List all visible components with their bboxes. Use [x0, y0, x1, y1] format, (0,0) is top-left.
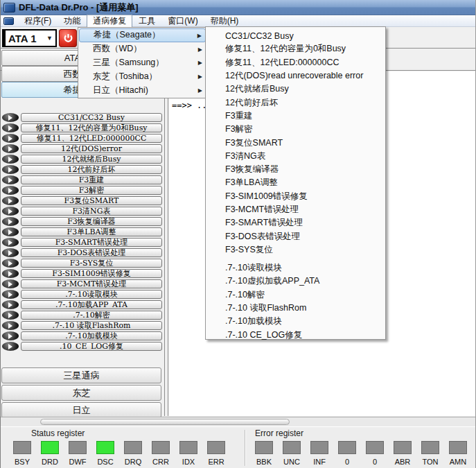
submenu-item[interactable]: CC31/CC32 Busy	[206, 29, 385, 42]
run-arrow-icon[interactable]	[2, 113, 19, 122]
run-arrow-icon[interactable]	[2, 123, 19, 132]
brand-menu-item-label: 东芝（Toshiba）	[93, 71, 157, 83]
sidebar-function-button[interactable]: F3-SIM1009错误修复	[21, 269, 162, 278]
submenu-item[interactable]: .7-.10解密	[206, 288, 385, 302]
sidebar-function-button[interactable]: F3恢复编译器	[21, 217, 162, 226]
menubar-item[interactable]: 窗口(W)	[161, 15, 204, 28]
sidebar-brand-button[interactable]: 三星通病	[1, 367, 161, 383]
sidebar-brand-button[interactable]: 东芝	[1, 385, 161, 401]
menubar-item[interactable]: 通病修复	[87, 15, 132, 28]
sidebar-brand-button[interactable]: 日立	[1, 402, 161, 418]
submenu-item[interactable]: .7-.10 CE_LOG修复	[206, 329, 385, 342]
submenu-item[interactable]: F3-DOS表错误处理	[206, 229, 385, 243]
port-select[interactable]: ATA 1 ▼	[2, 29, 57, 47]
submenu-item[interactable]: .7-.10 读取FlashRom	[206, 302, 385, 315]
submenu-item[interactable]: F3复位SMART	[206, 136, 385, 149]
status-register-title: Status register	[31, 428, 225, 438]
power-button[interactable]	[59, 29, 77, 47]
run-arrow-icon[interactable]	[2, 144, 19, 153]
sidebar-function-button[interactable]: .7-.10加载APP_ATA	[21, 300, 162, 309]
sidebar-function-button[interactable]: F3-SYS复位	[21, 259, 162, 268]
run-arrow-icon[interactable]	[2, 331, 19, 340]
run-arrow-icon[interactable]	[2, 227, 19, 236]
sidebar-function-button[interactable]: .7-.10读取模块	[21, 290, 162, 299]
submenu-item[interactable]: 修复11、12代LED:000000CC	[206, 56, 385, 69]
submenu-item[interactable]: F3-MCMT错误处理	[206, 203, 385, 216]
submenu-item[interactable]: .7-.10读取模块	[206, 261, 385, 275]
sidebar-function-button[interactable]: 修复11、12代的容量为0和Busy	[21, 123, 162, 132]
led-cell: ERR	[207, 441, 225, 466]
submenu-item[interactable]: F3-SMART错误处理	[206, 216, 385, 229]
run-arrow-icon[interactable]	[2, 134, 19, 143]
run-arrow-icon[interactable]	[2, 196, 19, 205]
submenu-item[interactable]: .7-.10加载模块	[206, 315, 385, 328]
led-label: BBK	[256, 458, 272, 466]
submenu-item[interactable]: F3-SIM1009错误修复	[206, 190, 385, 203]
brand-menu-item[interactable]: 东芝（Toshiba） ▶	[79, 69, 206, 83]
sidebar-function-button[interactable]: F3-MCMT错误处理	[21, 279, 162, 288]
run-arrow-icon[interactable]	[2, 269, 19, 278]
run-arrow-icon[interactable]	[2, 186, 19, 195]
submenu-item[interactable]: F3-SYS复位	[206, 243, 385, 257]
sidebar-function-button[interactable]: 12代(DOS)error	[21, 144, 162, 153]
led-label: ABR	[395, 458, 411, 466]
submenu-item[interactable]: 修复11、12代的容量为0和Busy	[206, 42, 385, 55]
port-select-value: ATA 1	[8, 33, 37, 44]
menubar-items: 程序(F) 功能 通病修复 工具 窗口(W) 帮助(H)	[18, 15, 245, 28]
document-icon[interactable]	[3, 17, 14, 25]
brand-menu-item[interactable]: 西数（WD） ▶	[79, 42, 206, 56]
submenu-item[interactable]: .7-.10虚拟加载APP_ATA	[206, 275, 385, 288]
brand-menu-item[interactable]: 三星（Samsung） ▶	[79, 56, 206, 70]
sidebar-function-row: F3恢复编译器	[2, 217, 162, 226]
run-arrow-icon[interactable]	[2, 321, 19, 330]
submenu-item[interactable]: F3解密	[206, 123, 385, 136]
sidebar-function-button[interactable]: F3单LBA调整	[21, 227, 162, 236]
sidebar-function-button[interactable]: F3解密	[21, 186, 162, 195]
menubar-item[interactable]: 工具	[132, 15, 161, 28]
sidebar-function-button[interactable]: .7-.10 读取FlashRom	[21, 321, 162, 330]
sidebar-function-button[interactable]: 12代就绪后Busy	[21, 155, 162, 164]
run-arrow-icon[interactable]	[2, 238, 19, 247]
submenu-item[interactable]: F3单LBA调整	[206, 176, 385, 189]
sidebar-function-button[interactable]: F3重建	[21, 175, 162, 184]
sidebar-function-button[interactable]: 12代前好后坏	[21, 165, 162, 174]
run-arrow-icon[interactable]	[2, 342, 19, 351]
run-arrow-icon[interactable]	[2, 217, 19, 226]
sidebar-function-button[interactable]: F3清NG表	[21, 207, 162, 216]
sidebar-function-button[interactable]: CC31/CC32 Busy	[21, 113, 162, 122]
led-cell: DWF	[69, 441, 87, 466]
run-arrow-icon[interactable]	[2, 300, 19, 309]
chevron-down-icon[interactable]: ▼	[46, 35, 53, 42]
submenu-item[interactable]: F3清NG表	[206, 150, 385, 163]
sidebar-function-button[interactable]: 修复11、12代LED:000000CC	[21, 134, 162, 143]
sidebar-function-button[interactable]: F3-DOS表错误处理	[21, 248, 162, 257]
run-arrow-icon[interactable]	[2, 290, 19, 299]
sidebar-function-button[interactable]: .7-.10解密	[21, 311, 162, 320]
run-arrow-icon[interactable]	[2, 155, 19, 164]
run-arrow-icon[interactable]	[2, 259, 19, 268]
led-label: IDX	[182, 458, 195, 466]
sidebar-function-button[interactable]: F3复位SMART	[21, 196, 162, 205]
menubar-item[interactable]: 功能	[58, 15, 87, 28]
sidebar-function-button[interactable]: F3-SMART错误处理	[21, 238, 162, 247]
run-arrow-icon[interactable]	[2, 207, 19, 216]
submenu-item[interactable]: 12代就绪后Busy	[206, 83, 385, 96]
submenu-item[interactable]: F3重建	[206, 110, 385, 123]
menubar-item[interactable]: 程序(F)	[18, 15, 58, 28]
brand-menu-item[interactable]: 希捷（Seagate） ▶	[79, 28, 206, 42]
run-arrow-icon[interactable]	[2, 248, 19, 257]
submenu-item[interactable]: 12代(DOS)read unrecoverable error	[206, 69, 385, 83]
scrollbar-thumb[interactable]	[40, 419, 290, 425]
submenu-item[interactable]: F3恢复编译器	[206, 163, 385, 176]
run-arrow-icon[interactable]	[2, 279, 19, 288]
menubar-item[interactable]: 帮助(H)	[204, 15, 245, 28]
run-arrow-icon[interactable]	[2, 165, 19, 174]
horizontal-scrollbar[interactable]	[1, 417, 476, 426]
sidebar-function-button[interactable]: .7-.10加载模块	[21, 331, 162, 340]
run-arrow-icon[interactable]	[2, 175, 19, 184]
sidebar-function-button[interactable]: .10_CE_LOG修复	[21, 342, 162, 351]
submenu-item[interactable]: 12代前好后坏	[206, 96, 385, 109]
run-arrow-icon[interactable]	[2, 311, 19, 320]
panel-splitter[interactable]	[164, 71, 168, 416]
brand-menu-item[interactable]: 日立（Hitachi) ▶	[79, 83, 206, 97]
